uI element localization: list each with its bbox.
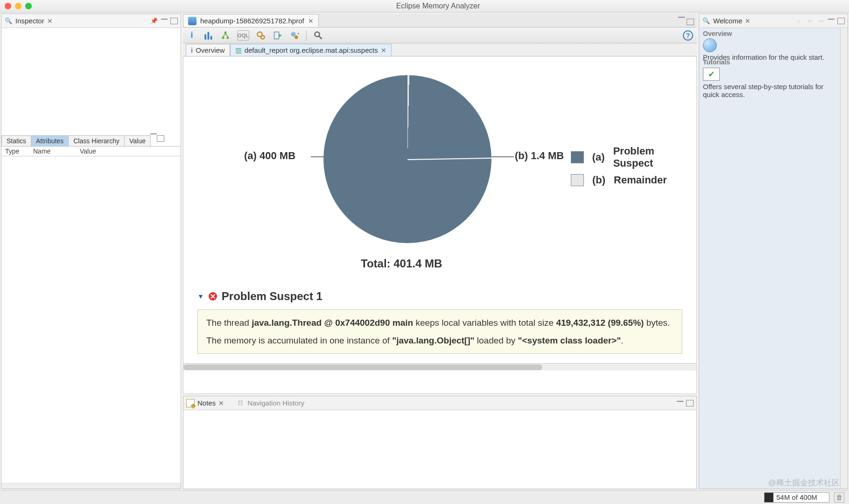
welcome-header: 🔍 Welcome ✕ ⌂ ⇦ ⇨ xyxy=(699,14,848,28)
welcome-pane: 🔍 Welcome ✕ ⌂ ⇦ ⇨ Overview Provides info… xyxy=(699,14,848,489)
tab-attributes[interactable]: Attributes xyxy=(31,135,69,146)
t: . xyxy=(621,336,623,345)
notes-body[interactable] xyxy=(183,410,696,489)
sub-tab-report[interactable]: ▥ default_report org.eclipse.mat.api:sus… xyxy=(230,44,392,56)
notes-title: Notes xyxy=(197,399,216,407)
help-icon[interactable]: ? xyxy=(683,30,693,41)
sub-tab-close-icon[interactable]: ✕ xyxy=(381,47,386,54)
report-body[interactable]: (a) 400 MB (b) 1.4 MB (a) Problem Suspec… xyxy=(183,56,697,394)
tab-statics[interactable]: Statics xyxy=(1,135,31,146)
t: "<system class loader>" xyxy=(518,336,621,345)
editor-tabs: heapdump-1586269251782.hprof ✕ xyxy=(183,14,697,28)
query-dropdown-icon[interactable] xyxy=(289,30,300,41)
gc-trash-icon[interactable]: 🗑 xyxy=(834,492,844,503)
legend-key-b: (b) xyxy=(592,174,605,186)
svg-line-12 xyxy=(319,36,322,39)
col-name[interactable]: Name xyxy=(29,147,76,156)
minimize-window-icon[interactable] xyxy=(15,3,21,9)
zoom-window-icon[interactable] xyxy=(25,3,32,9)
maximize-pane-icon[interactable] xyxy=(170,18,178,24)
forward-icon[interactable]: ⇨ xyxy=(817,17,825,25)
editor-tab-label: heapdump-1586269251782.hprof xyxy=(200,17,304,25)
col-value[interactable]: Value xyxy=(76,147,100,156)
editor-maximize-icon[interactable] xyxy=(687,19,694,25)
pie-chart: (a) 400 MB (b) 1.4 MB (a) Problem Suspec… xyxy=(183,56,696,280)
histogram-icon[interactable] xyxy=(203,30,214,41)
welcome-v-scrollbar[interactable] xyxy=(840,28,848,489)
run-report-icon[interactable] xyxy=(273,30,283,41)
editor-tab-heapdump[interactable]: heapdump-1586269251782.hprof ✕ xyxy=(183,14,319,27)
minimize-pane-icon[interactable] xyxy=(161,19,168,20)
inspector-title: Inspector xyxy=(15,17,44,25)
chart-legend: (a) Problem Suspect (b) Remainder xyxy=(571,145,696,191)
tabs-minimize-icon[interactable] xyxy=(150,133,157,134)
overview-heading: Overview xyxy=(703,30,836,37)
welcome-maximize-icon[interactable] xyxy=(837,18,845,24)
tutorials-desc: Offers several step-by-step tutorials fo… xyxy=(703,83,836,98)
slice-a-label: (a) 400 MB xyxy=(244,150,295,162)
legend-text-b: Remainder xyxy=(614,174,667,186)
svg-rect-1 xyxy=(208,32,210,39)
pie-slice-area xyxy=(323,75,491,243)
info-icon: i xyxy=(191,46,193,54)
notes-icon xyxy=(186,399,195,407)
slice-b-label: (b) 1.4 MB xyxy=(515,150,564,162)
heapdump-icon xyxy=(188,17,196,25)
t: "java.lang.Object[]" xyxy=(392,336,474,345)
t: loaded by xyxy=(475,336,518,345)
pin-icon[interactable]: 📌 xyxy=(150,17,158,25)
svg-point-7 xyxy=(261,35,265,39)
chart-total: Total: 401.4 MB xyxy=(361,257,442,270)
inspector-icon: 🔍 xyxy=(4,17,13,25)
suspect-heading[interactable]: ▼ Problem Suspect 1 xyxy=(183,280,696,309)
tutorials-icon[interactable]: ✔ xyxy=(703,68,720,81)
search-icon[interactable] xyxy=(313,30,323,41)
gears-icon[interactable] xyxy=(256,30,266,41)
nav-history-title[interactable]: Navigation History xyxy=(247,399,304,407)
slice-a-leader xyxy=(311,156,325,157)
svg-point-11 xyxy=(315,32,320,36)
svg-point-3 xyxy=(225,31,227,34)
inspector-h-scrollbar[interactable] xyxy=(1,483,181,489)
back-icon[interactable]: ⇦ xyxy=(806,17,814,25)
welcome-title: Welcome xyxy=(713,17,742,25)
notes-minimize-icon[interactable] xyxy=(677,401,683,402)
oql-icon[interactable]: OQL xyxy=(237,30,249,41)
svg-point-9 xyxy=(291,32,296,36)
t: The thread xyxy=(206,318,252,328)
globe-icon[interactable] xyxy=(703,38,717,52)
notes-maximize-icon[interactable] xyxy=(686,400,694,406)
watermark: @稀土掘金技术社区 xyxy=(768,477,840,488)
legend-text-a: Problem Suspect xyxy=(613,145,696,169)
legend-row-a: (a) Problem Suspect xyxy=(571,145,696,169)
dominator-tree-icon[interactable] xyxy=(220,30,231,41)
heap-status[interactable]: 54M of 400M xyxy=(764,492,829,503)
t: 419,432,312 (99.65%) xyxy=(556,318,644,328)
welcome-icon: 🔍 xyxy=(702,17,710,25)
sub-tabs: i Overview ▥ default_report org.eclipse.… xyxy=(183,43,697,56)
editor-tab-close-icon[interactable]: ✕ xyxy=(308,17,314,25)
svg-rect-0 xyxy=(204,34,206,39)
editor-toolbar: i OQL xyxy=(183,28,697,43)
welcome-close-icon[interactable]: ✕ xyxy=(745,17,751,25)
window-controls[interactable] xyxy=(5,3,32,9)
inspector-close-icon[interactable]: ✕ xyxy=(47,17,53,25)
editor-minimize-icon[interactable] xyxy=(678,17,685,18)
twistie-icon[interactable]: ▼ xyxy=(197,293,204,300)
t: java.lang.Thread @ 0x744002d90 main xyxy=(252,318,413,328)
sub-tab-overview[interactable]: i Overview xyxy=(186,44,230,56)
legend-row-b: (b) Remainder xyxy=(571,174,696,186)
notes-close-icon[interactable]: ✕ xyxy=(218,399,224,407)
welcome-minimize-icon[interactable] xyxy=(828,19,835,20)
tab-value[interactable]: Value xyxy=(124,135,151,146)
t: keeps local variables with total size xyxy=(413,318,556,328)
tabs-maximize-icon[interactable] xyxy=(157,135,164,142)
sub-tab-overview-label: Overview xyxy=(196,46,225,54)
col-type[interactable]: Type xyxy=(1,147,29,156)
editor-h-scrollbar[interactable] xyxy=(183,363,696,371)
notes-header: Notes ✕ ☷ Navigation History xyxy=(183,396,696,410)
close-window-icon[interactable] xyxy=(5,3,11,9)
tab-class-hierarchy[interactable]: Class Hierarchy xyxy=(68,135,125,146)
info-icon[interactable]: i xyxy=(187,30,197,41)
home-icon[interactable]: ⌂ xyxy=(794,17,803,25)
